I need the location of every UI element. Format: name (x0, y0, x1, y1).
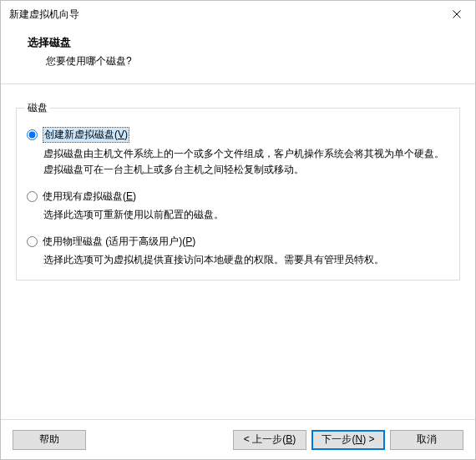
back-button[interactable]: < 上一步(B) (233, 430, 306, 450)
disk-group-legend: 磁盘 (25, 101, 50, 115)
label-use-physical-disk[interactable]: 使用物理磁盘 (适用于高级用户)(P) (43, 235, 195, 249)
wizard-content: 磁盘 创建新虚拟磁盘(V) 虚拟磁盘由主机文件系统上的一个或多个文件组成，客户机… (1, 84, 475, 281)
page-heading: 选择磁盘 (28, 36, 460, 50)
wizard-header: 选择磁盘 您要使用哪个磁盘? (1, 28, 475, 83)
next-button[interactable]: 下一步(N) > (311, 430, 385, 450)
close-icon (453, 10, 461, 18)
desc-create-new-disk: 虚拟磁盘由主机文件系统上的一个或多个文件组成，客户机操作系统会将其视为单个硬盘。… (43, 146, 448, 178)
desc-use-existing-disk: 选择此选项可重新使用以前配置的磁盘。 (43, 207, 448, 223)
radio-create-new-disk[interactable] (27, 129, 38, 140)
radio-use-physical-disk[interactable] (27, 236, 38, 247)
radio-use-existing-disk[interactable] (27, 191, 38, 202)
label-create-new-disk[interactable]: 创建新虚拟磁盘(V) (43, 127, 129, 143)
window-title: 新建虚拟机向导 (9, 8, 438, 22)
cancel-button[interactable]: 取消 (390, 430, 463, 450)
desc-use-physical-disk: 选择此选项可为虚拟机提供直接访问本地硬盘的权限。需要具有管理员特权。 (43, 252, 448, 268)
label-use-existing-disk[interactable]: 使用现有虚拟磁盘(E) (43, 190, 136, 204)
close-button[interactable] (438, 2, 475, 27)
page-subheading: 您要使用哪个磁盘? (46, 54, 460, 68)
title-bar: 新建虚拟机向导 (1, 1, 475, 28)
option-create-new-disk: 创建新虚拟磁盘(V) 虚拟磁盘由主机文件系统上的一个或多个文件组成，客户机操作系… (27, 127, 448, 178)
option-use-existing-disk: 使用现有虚拟磁盘(E) 选择此选项可重新使用以前配置的磁盘。 (27, 190, 448, 223)
wizard-footer: 帮助 < 上一步(B) 下一步(N) > 取消 (1, 419, 475, 459)
disk-group: 磁盘 创建新虚拟磁盘(V) 虚拟磁盘由主机文件系统上的一个或多个文件组成，客户机… (16, 101, 460, 281)
help-button[interactable]: 帮助 (13, 430, 86, 450)
option-use-physical-disk: 使用物理磁盘 (适用于高级用户)(P) 选择此选项可为虚拟机提供直接访问本地硬盘… (27, 235, 448, 268)
